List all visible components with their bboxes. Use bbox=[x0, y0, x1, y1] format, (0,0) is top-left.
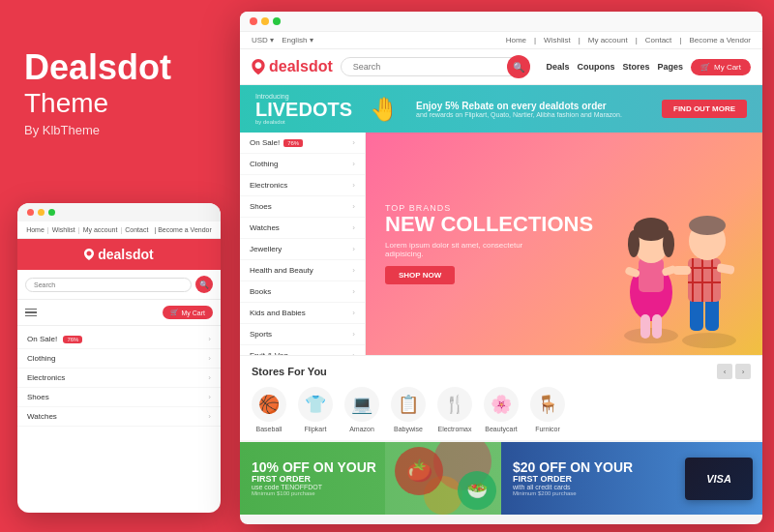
category-item-clothing[interactable]: Clothing › bbox=[240, 154, 365, 175]
desktop-window-bar bbox=[240, 12, 762, 32]
mobile-menu-arrow: › bbox=[208, 354, 211, 363]
mobile-clothing-label: Clothing bbox=[27, 354, 55, 363]
banner-first-order-green: 10% OFF ON YOUR FIRST ORDER use code TEN… bbox=[240, 442, 501, 515]
svg-point-5 bbox=[628, 230, 640, 257]
nav-separator: | bbox=[579, 36, 580, 44]
stores-prev-button[interactable]: ‹ bbox=[717, 364, 732, 379]
desktop-header: dealsdot 🔍 Deals Coupons Stores Pages 🛒 … bbox=[240, 49, 762, 85]
mobile-search-button[interactable]: 🔍 bbox=[195, 276, 213, 293]
svg-rect-13 bbox=[705, 297, 719, 331]
stores-title: Stores For You bbox=[252, 366, 327, 377]
nav-wishlist[interactable]: Wishlist bbox=[544, 36, 571, 44]
category-item-sale[interactable]: On Sale! 76% › bbox=[240, 133, 365, 154]
banner-green-minimum: Minimum $100 purchase bbox=[252, 490, 376, 496]
mobile-menu-item-shoes[interactable]: Shoes › bbox=[17, 388, 221, 407]
shop-now-button[interactable]: SHOP NOW bbox=[385, 266, 455, 284]
mobile-menu-arrow: › bbox=[208, 373, 211, 382]
store-icon-beautycart: 🌸 bbox=[484, 387, 519, 422]
mobile-search-input[interactable] bbox=[25, 278, 192, 292]
mobile-nav-contact[interactable]: Contact bbox=[125, 226, 148, 233]
store-item-baseball[interactable]: 🏀 Baseball bbox=[252, 387, 286, 432]
mobile-nav: Home | Wishlist | My account | Contact |… bbox=[17, 222, 221, 239]
mobile-top-bar bbox=[17, 203, 221, 222]
svg-rect-12 bbox=[690, 297, 703, 331]
category-item-health[interactable]: Health and Beauty › bbox=[240, 260, 365, 281]
category-item-shoes[interactable]: Shoes › bbox=[240, 196, 365, 218]
mobile-search-bar: 🔍 bbox=[17, 270, 221, 300]
desktop-logo[interactable]: dealsdot bbox=[252, 58, 333, 75]
banner-green-main: FIRST ORDER bbox=[252, 474, 376, 484]
mobile-dot-yellow bbox=[38, 209, 45, 216]
stores-next-button[interactable]: › bbox=[735, 364, 751, 379]
category-electronics-label: Electronics bbox=[250, 181, 287, 190]
mobile-menu-item-sale[interactable]: On Sale! 76% › bbox=[17, 330, 221, 349]
desktop-logo-text: dealsdot bbox=[269, 58, 333, 75]
banner-blue-text: $20 OFF ON YOUR FIRST ORDER with all cre… bbox=[513, 460, 633, 496]
store-item-amazon[interactable]: 💻 Amazon bbox=[344, 387, 379, 432]
window-close-dot bbox=[250, 17, 257, 25]
category-sports-label: Sports bbox=[250, 330, 272, 339]
promo-main-text: Enjoy 5% Rebate on every dealdots order bbox=[416, 101, 652, 111]
desktop-nav-links: Deals Coupons Stores Pages 🛒 My Cart bbox=[546, 59, 751, 75]
stores-list: 🏀 Baseball 👕 Flipkart 💻 Amazon 📋 Babywis… bbox=[252, 387, 751, 432]
store-item-flipkart[interactable]: 👕 Flipkart bbox=[298, 387, 333, 432]
promo-sub-text: and rewards on Flipkart, Quato, Nartier,… bbox=[416, 111, 652, 118]
desktop-search-input[interactable] bbox=[341, 57, 531, 76]
top-nav-right: Home | Wishlist | My account | Contact |… bbox=[506, 36, 751, 44]
category-item-electronics[interactable]: Electronics › bbox=[240, 175, 365, 196]
category-item-jewellery[interactable]: Jewellery › bbox=[240, 239, 365, 260]
chevron-right-icon: › bbox=[352, 330, 355, 339]
hero-title: NEW COLLECTIONS bbox=[385, 213, 593, 236]
nav-account[interactable]: My account bbox=[588, 36, 628, 44]
nav-separator: | bbox=[534, 36, 536, 44]
svg-point-11 bbox=[682, 333, 736, 348]
nav-stores[interactable]: Stores bbox=[622, 62, 649, 72]
chevron-right-icon: › bbox=[352, 309, 355, 317]
nav-vendor[interactable]: Become a Vendor bbox=[689, 36, 751, 44]
category-item-sports[interactable]: Sports › bbox=[240, 324, 365, 345]
mobile-nav-account[interactable]: My account bbox=[83, 226, 118, 233]
chevron-right-icon: › bbox=[352, 245, 355, 253]
store-item-electromax[interactable]: 🍴 Electromax bbox=[437, 387, 472, 432]
mobile-cart-button[interactable]: 🛒 My Cart bbox=[163, 306, 214, 319]
language-selector[interactable]: English ▾ bbox=[282, 36, 313, 44]
mobile-dot-green bbox=[48, 209, 55, 216]
category-item-fruit[interactable]: Fruit & Veg › bbox=[240, 345, 365, 355]
svg-rect-22 bbox=[673, 266, 691, 275]
nav-deals[interactable]: Deals bbox=[546, 62, 569, 72]
mobile-nav-home[interactable]: Home bbox=[26, 226, 45, 233]
nav-contact[interactable]: Contact bbox=[645, 36, 672, 44]
banner-green-code: use code TENOFFDOT bbox=[252, 484, 376, 490]
banner-blue-minimum: Minimum $200 purchase bbox=[513, 490, 633, 496]
chevron-right-icon: › bbox=[352, 266, 355, 275]
store-item-babywise[interactable]: 📋 Babywise bbox=[391, 387, 426, 432]
mobile-menu-item-electronics[interactable]: Electronics › bbox=[17, 369, 221, 388]
mobile-menu-item-clothing[interactable]: Clothing › bbox=[17, 349, 221, 369]
desktop-top-nav: USD ▾ English ▾ Home | Wishlist | My acc… bbox=[240, 32, 762, 49]
mobile-electronics-label: Electronics bbox=[27, 373, 65, 382]
category-item-kids[interactable]: Kids and Babies › bbox=[240, 303, 365, 324]
nav-pages[interactable]: Pages bbox=[657, 62, 683, 72]
store-item-beautycart[interactable]: 🌸 Beautycart bbox=[484, 387, 519, 432]
promo-text-block: Enjoy 5% Rebate on every dealdots order … bbox=[416, 101, 652, 118]
find-out-button[interactable]: FIND OUT MORE bbox=[662, 100, 747, 118]
nav-coupons[interactable]: Coupons bbox=[577, 62, 614, 72]
hero-kids-illustration bbox=[598, 142, 753, 355]
mobile-menu-arrow: › bbox=[208, 335, 211, 343]
hamburger-icon[interactable] bbox=[25, 309, 37, 317]
sale-badge: 76% bbox=[283, 139, 303, 147]
nav-home[interactable]: Home bbox=[506, 36, 526, 44]
left-branding-panel: Dealsdot Theme By KlbTheme Home | Wishli… bbox=[0, 0, 237, 532]
currency-selector[interactable]: USD ▾ bbox=[252, 36, 274, 44]
desktop-search-button[interactable]: 🔍 bbox=[507, 55, 530, 78]
category-item-watches[interactable]: Watches › bbox=[240, 218, 365, 239]
store-icon-babywise: 📋 bbox=[391, 387, 426, 422]
store-item-furnicor[interactable]: 🪑 Furnicor bbox=[530, 387, 565, 432]
chevron-right-icon: › bbox=[352, 202, 355, 211]
category-item-books[interactable]: Books › bbox=[240, 281, 365, 303]
banner-green-percent: 10% OFF ON YOUR bbox=[252, 460, 376, 474]
mobile-nav-wishlist[interactable]: Wishlist bbox=[52, 226, 75, 233]
mobile-menu-item-watches[interactable]: Watches › bbox=[17, 407, 221, 427]
mobile-nav-vendor[interactable]: | Become a Vendor bbox=[154, 226, 211, 233]
desktop-cart-button[interactable]: 🛒 My Cart bbox=[691, 59, 751, 75]
